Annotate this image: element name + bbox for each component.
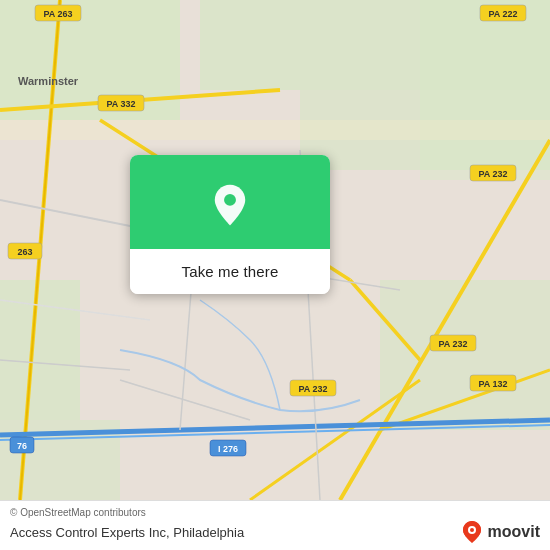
take-me-there-button[interactable]: Take me there: [130, 249, 330, 294]
moovit-logo: moovit: [460, 520, 540, 544]
svg-rect-6: [380, 280, 550, 430]
map-container: PA 263 Warminster 263 PA 332 PA PA 222 P…: [0, 0, 550, 500]
svg-text:76: 76: [17, 441, 27, 451]
card-header: [130, 155, 330, 249]
navigation-card: Take me there: [130, 155, 330, 294]
moovit-icon: [460, 520, 484, 544]
svg-point-49: [224, 194, 236, 206]
svg-rect-7: [420, 0, 550, 180]
svg-text:263: 263: [17, 247, 32, 257]
svg-text:PA 263: PA 263: [43, 9, 72, 19]
location-label: Access Control Experts Inc, Philadelphia: [10, 525, 244, 540]
moovit-brand-text: moovit: [488, 523, 540, 541]
bottom-info-row: Access Control Experts Inc, Philadelphia…: [10, 520, 540, 544]
svg-text:Warminster: Warminster: [18, 75, 79, 87]
osm-attribution: © OpenStreetMap contributors: [10, 507, 540, 518]
svg-text:PA 232: PA 232: [438, 339, 467, 349]
svg-text:PA 132: PA 132: [478, 379, 507, 389]
svg-text:PA 222: PA 222: [488, 9, 517, 19]
svg-point-52: [470, 528, 474, 532]
svg-rect-8: [0, 120, 550, 140]
svg-text:PA 232: PA 232: [478, 169, 507, 179]
bottom-bar: © OpenStreetMap contributors Access Cont…: [0, 500, 550, 550]
location-pin-icon: [208, 183, 252, 227]
svg-text:PA 232: PA 232: [298, 384, 327, 394]
svg-text:PA 332: PA 332: [106, 99, 135, 109]
svg-text:I 276: I 276: [218, 444, 238, 454]
